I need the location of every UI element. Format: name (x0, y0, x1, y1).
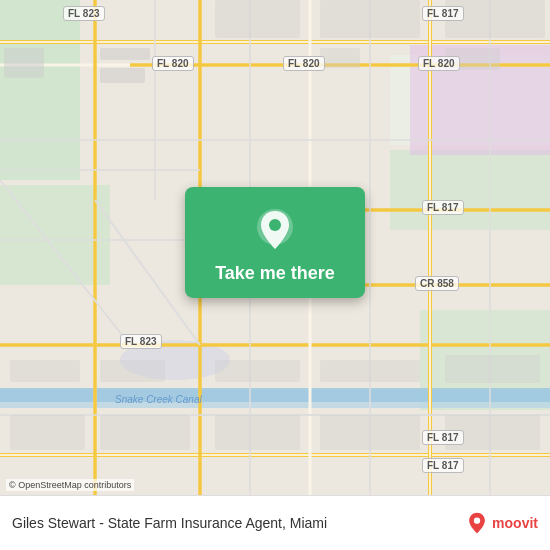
label-fl823-bot: FL 823 (120, 334, 162, 349)
svg-rect-45 (100, 360, 165, 382)
moovit-pin-icon (466, 512, 488, 534)
label-fl817-bot-right: FL 817 (422, 430, 464, 445)
label-fl817-mid: FL 817 (422, 200, 464, 215)
label-fl820-mid: FL 820 (283, 56, 325, 71)
svg-rect-37 (100, 48, 150, 60)
svg-rect-52 (320, 415, 420, 450)
snake-creek-label: Snake Creek Canal (115, 394, 202, 405)
label-fl820-right: FL 820 (418, 56, 460, 71)
svg-rect-47 (320, 360, 420, 382)
location-title: Giles Stewart - State Farm Insurance Age… (12, 515, 458, 531)
svg-rect-41 (320, 48, 360, 68)
svg-rect-51 (215, 415, 300, 450)
svg-rect-48 (445, 355, 540, 383)
svg-rect-46 (215, 360, 300, 382)
take-me-there-card[interactable]: Take me there (185, 186, 365, 297)
location-pin-icon (251, 204, 299, 252)
svg-rect-44 (10, 360, 80, 382)
svg-point-55 (269, 218, 281, 230)
svg-rect-40 (320, 0, 420, 38)
label-fl820-left: FL 820 (152, 56, 194, 71)
moovit-label: moovit (492, 515, 538, 531)
svg-rect-38 (100, 68, 145, 83)
osm-credit: © OpenStreetMap contributors (6, 479, 134, 491)
moovit-logo: moovit (466, 512, 538, 534)
svg-rect-49 (10, 415, 85, 450)
label-fl823-top: FL 823 (63, 6, 105, 21)
footer-bar: Giles Stewart - State Farm Insurance Age… (0, 495, 550, 550)
label-fl817-bot: FL 817 (422, 458, 464, 473)
svg-rect-4 (390, 150, 550, 230)
label-cr858-right: CR 858 (415, 276, 459, 291)
take-me-there-button[interactable]: Take me there (215, 262, 335, 283)
svg-rect-1 (0, 0, 80, 180)
label-fl817-top: FL 817 (422, 6, 464, 21)
svg-rect-36 (4, 48, 44, 78)
svg-point-56 (474, 518, 480, 524)
svg-rect-39 (215, 0, 300, 38)
svg-rect-16 (0, 388, 550, 402)
svg-rect-50 (100, 415, 190, 450)
map-container: FL 823 FL 820 FL 820 FL 820 FL 817 FL 81… (0, 0, 550, 495)
